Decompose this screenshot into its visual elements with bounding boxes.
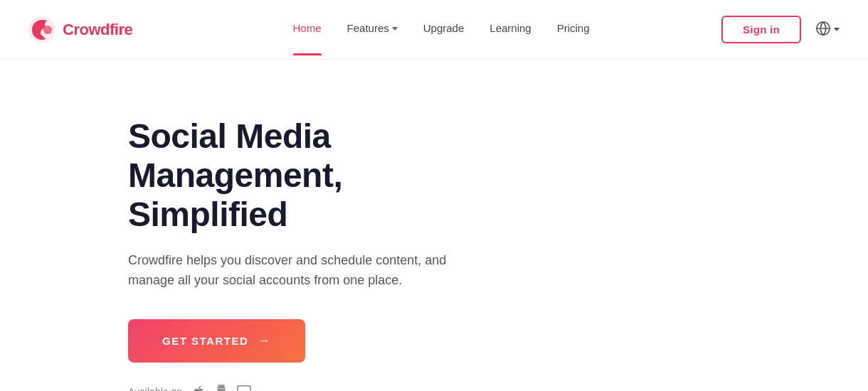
hero-subtext: Crowdfire helps you discover and schedul… <box>128 250 470 291</box>
get-started-label: GET STARTED <box>162 335 248 347</box>
features-dropdown-arrow <box>392 27 398 31</box>
available-on-label: Available on <box>128 386 182 391</box>
language-selector[interactable] <box>815 21 840 39</box>
svg-point-1 <box>43 26 52 34</box>
hero-section: Social Media Management, Simplified Crow… <box>0 60 498 391</box>
header-right: Sign in <box>721 16 840 43</box>
apple-icon <box>191 384 206 391</box>
main-nav: Home Features Upgrade Learning Pricing <box>161 22 721 37</box>
hero-heading: Social Media Management, Simplified <box>128 117 470 235</box>
get-started-button[interactable]: GET STARTED → <box>128 319 305 363</box>
site-header: Crowdfire Home Features Upgrade Learning… <box>0 0 868 60</box>
logo-text: Crowdfire <box>63 21 132 39</box>
nav-item-pricing[interactable]: Pricing <box>557 22 590 37</box>
nav-item-home[interactable]: Home <box>293 22 322 37</box>
available-on-section: Available on <box>128 384 470 391</box>
desktop-icon <box>236 384 252 391</box>
globe-icon <box>815 21 831 39</box>
logo[interactable]: Crowdfire <box>28 16 132 43</box>
arrow-right-icon: → <box>257 333 271 348</box>
crowdfire-logo-icon <box>28 16 55 43</box>
nav-item-upgrade[interactable]: Upgrade <box>423 22 465 37</box>
sign-in-button[interactable]: Sign in <box>721 16 801 43</box>
nav-item-features[interactable]: Features <box>347 22 398 37</box>
svg-rect-3 <box>238 386 250 391</box>
globe-chevron-icon <box>834 28 840 31</box>
platform-icons <box>191 384 252 391</box>
android-icon <box>213 384 229 391</box>
nav-item-learning[interactable]: Learning <box>489 22 531 37</box>
